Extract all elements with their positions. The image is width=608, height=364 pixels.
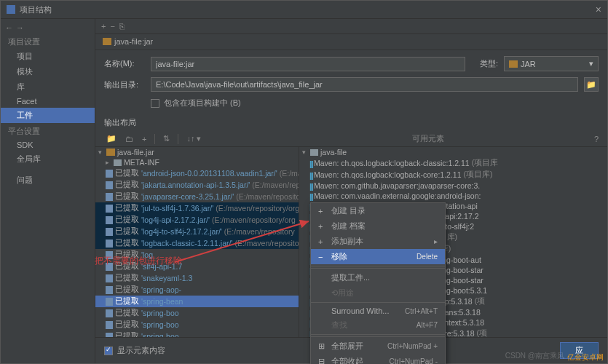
tree-item[interactable]: Maven: com.github.javaparser:javaparser-… xyxy=(299,181,607,191)
sidebar-item-artifacts[interactable]: 工件 xyxy=(1,108,95,123)
output-tree[interactable]: ▾ java-file.jar ▸ META-INF 已提取 'android-… xyxy=(95,147,299,337)
tree-item[interactable]: 已提取 'spring-bean xyxy=(95,296,299,307)
add-copy-icon[interactable]: + xyxy=(140,133,149,145)
menu-item[interactable]: +创建 档案 xyxy=(311,218,445,234)
remove-icon[interactable]: − xyxy=(110,22,114,31)
name-input[interactable] xyxy=(151,57,465,71)
annotation-text: 把不需要的包进行移除 xyxy=(95,255,182,267)
tree-item[interactable]: 已提取 'android-json-0.0.20131108.vaadin1.j… xyxy=(95,167,299,179)
menu-item[interactable]: Surround With...Ctrl+Alt+T xyxy=(311,304,445,317)
tree-item[interactable]: 已提取 'snakeyaml-1.3 xyxy=(95,272,299,284)
close-icon[interactable]: × xyxy=(596,4,601,15)
context-menu: +创建 目录+创建 档案+添加副本▸−移除Delete提取工件...⟲用途Sur… xyxy=(310,202,446,364)
browse-button[interactable]: 📁 xyxy=(584,77,599,92)
avail-label: 可用元素 xyxy=(412,133,444,144)
logo-watermark: 亿金安卓网 xyxy=(567,352,604,363)
sidebar: ← → 项目设置 项目 模块 库 Facet 工件 平台设置 SDK 全局库 问… xyxy=(1,19,95,363)
menu-item[interactable]: +添加副本▸ xyxy=(311,234,445,249)
tree-item[interactable]: 已提取 'javaparser-core-3.25.1.jar/' (E:/ma… xyxy=(95,191,299,202)
show-content-checkbox[interactable] xyxy=(104,347,113,355)
sidebar-item-global[interactable]: 全局库 xyxy=(1,151,95,167)
section-platform: 平台设置 xyxy=(1,123,95,138)
tree-item[interactable]: 已提取 'spring-boo xyxy=(95,307,299,319)
include-checkbox[interactable] xyxy=(151,99,159,108)
menu-item[interactable]: −移除Delete xyxy=(311,249,445,264)
type-label: 类型: xyxy=(480,58,498,69)
new-archive-icon[interactable]: 🗀 xyxy=(123,133,135,145)
sort-icon[interactable]: ↓↑ ▾ xyxy=(184,132,203,145)
title-text: 项目结构 xyxy=(20,4,52,15)
app-icon xyxy=(7,5,15,14)
menu-item[interactable]: ⊟全部收起Ctrl+NumPad - xyxy=(311,354,445,364)
layout-label: 输出布局 xyxy=(95,114,607,131)
breadcrumb: java-file:jar xyxy=(95,34,607,50)
menu-item[interactable]: +创建 目录 xyxy=(311,203,445,218)
section-project: 项目设置 xyxy=(1,33,95,49)
tree-item[interactable]: 已提取 'log4j-api-2.17.2.jar/' (E:/maven/re… xyxy=(95,214,299,226)
outdir-label: 输出目录: xyxy=(104,79,145,90)
sidebar-item-facet[interactable]: Facet xyxy=(1,95,95,108)
sidebar-item-libs[interactable]: 库 xyxy=(1,79,95,95)
tree-item[interactable]: 已提取 'logback-classic-1.2.11.jar/' (E:/ma… xyxy=(95,237,299,249)
menu-item: 查找Alt+F7 xyxy=(311,317,445,333)
move-icon[interactable]: ⇅ xyxy=(161,132,172,145)
tree-root[interactable]: ▾ java-file xyxy=(299,147,607,157)
tree-root[interactable]: ▾ java-file.jar xyxy=(95,147,299,157)
sidebar-item-problems[interactable]: 问题 xyxy=(1,173,95,188)
menu-item[interactable]: 提取工件... xyxy=(311,270,445,285)
help-icon[interactable]: ? xyxy=(594,135,599,143)
jar-icon xyxy=(103,38,111,45)
add-icon[interactable]: + xyxy=(101,22,106,31)
tree-folder[interactable]: ▸ META-INF xyxy=(95,157,299,167)
type-select[interactable]: JAR▾ xyxy=(504,56,599,71)
watermark: CSDN @南宫乘风 xyxy=(505,351,564,361)
tree-item[interactable]: Maven: com.vaadin.external.google:androi… xyxy=(299,191,607,201)
back-icon[interactable]: ← xyxy=(5,23,13,32)
tree-item[interactable]: 已提取 'spring-aop- xyxy=(95,284,299,296)
titlebar: 项目结构 × xyxy=(1,1,607,19)
tree-item[interactable]: Maven: ch.qos.logback:logback-core:1.2.1… xyxy=(299,169,607,181)
menu-item: ⟲用途 xyxy=(311,285,445,301)
sidebar-item-project[interactable]: 项目 xyxy=(1,49,95,64)
tree-item[interactable]: 已提取 'spring-boo xyxy=(95,331,299,337)
tree-item[interactable]: 已提取 'log4j-to-slf4j-2.17.2.jar/' (E:/mav… xyxy=(95,226,299,237)
copy-icon[interactable]: ⎘ xyxy=(119,22,125,31)
artifact-toolbar: + − ⎘ xyxy=(95,19,607,34)
tree-item[interactable]: 已提取 'jul-to-slf4j-1.7.36.jar/' (E:/maven… xyxy=(95,202,299,214)
menu-item[interactable]: ⊞全部展开Ctrl+NumPad + xyxy=(311,339,445,354)
new-folder-icon[interactable]: 📁 xyxy=(104,132,119,145)
fwd-icon[interactable]: → xyxy=(16,23,24,32)
show-content-label: 显示元素内容 xyxy=(117,345,165,356)
tree-item[interactable]: Maven: ch.qos.logback:logback-classic:1.… xyxy=(299,157,607,169)
sidebar-item-sdk[interactable]: SDK xyxy=(1,138,95,151)
tree-item[interactable]: 已提取 'jakarta.annotation-api-1.3.5.jar/' … xyxy=(95,179,299,191)
include-label: 包含在项目构建中 (B) xyxy=(164,98,241,108)
name-label: 名称(M): xyxy=(104,58,145,69)
tree-item[interactable]: 已提取 'spring-boo xyxy=(95,319,299,331)
outdir-input[interactable] xyxy=(151,77,578,92)
sidebar-item-modules[interactable]: 模块 xyxy=(1,64,95,79)
